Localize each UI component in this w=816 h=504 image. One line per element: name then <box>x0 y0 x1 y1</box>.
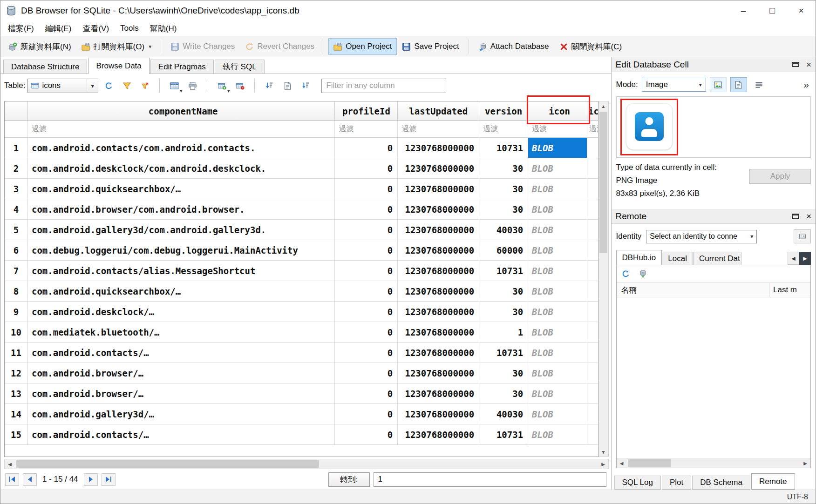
row-number[interactable]: 5 <box>5 220 28 240</box>
cell-icon[interactable]: BLOB <box>528 424 587 444</box>
cell-icon[interactable]: BLOB <box>528 158 587 178</box>
cell-profileid[interactable]: 0 <box>335 220 398 240</box>
filter-icon-column[interactable]: 過濾 <box>528 121 587 137</box>
last-page-button[interactable] <box>102 473 116 486</box>
cell-icon[interactable]: BLOB <box>528 240 587 260</box>
cell-lastupdated[interactable]: 1230768000000 <box>398 158 479 178</box>
cell-icon[interactable]: BLOB <box>528 404 587 424</box>
menu-tools[interactable]: Tools <box>115 22 144 35</box>
cell-version[interactable]: 30 <box>479 383 528 403</box>
cell-componentname[interactable]: com.android.browser/com.android.browser. <box>28 199 335 219</box>
column-header-version[interactable]: version <box>479 101 528 121</box>
close-button[interactable]: × <box>787 0 816 21</box>
table-selector[interactable]: icons ▾ <box>27 79 98 93</box>
float-panel-icon[interactable] <box>792 62 799 67</box>
word-wrap-button[interactable] <box>751 77 768 92</box>
identity-dropdown[interactable]: Select an identity to conne ▾ <box>646 230 757 243</box>
cell-overflow[interactable] <box>587 240 598 260</box>
cell-icon[interactable]: BLOB <box>528 322 587 342</box>
cell-overflow[interactable] <box>587 343 598 363</box>
cell-componentname[interactable]: com.android.deskclock/… <box>28 302 335 322</box>
open-project-button[interactable]: Open Project <box>328 38 397 55</box>
tabs-scroll-right-icon[interactable]: ▶ <box>799 252 811 265</box>
cell-lastupdated[interactable]: 1230768000000 <box>398 179 479 199</box>
cell-overflow[interactable] <box>587 179 598 199</box>
cell-version[interactable]: 10731 <box>479 138 528 158</box>
row-number[interactable]: 7 <box>5 261 28 281</box>
identity-settings-button[interactable] <box>794 229 811 243</box>
cell-lastupdated[interactable]: 1230768000000 <box>398 322 479 342</box>
tabs-scroll-left-icon[interactable]: ◀ <box>788 252 799 265</box>
insert-record-button[interactable]: ▾ <box>214 79 230 93</box>
tab-db-schema[interactable]: DB Schema <box>692 476 750 490</box>
sort-ascending-button[interactable] <box>261 79 277 93</box>
cell-profileid[interactable]: 0 <box>335 404 398 424</box>
scrollbar-track[interactable] <box>15 459 598 469</box>
scroll-down-icon[interactable]: ▼ <box>598 447 608 457</box>
filter-profileid[interactable]: 過濾 <box>335 121 398 137</box>
new-database-button[interactable]: 新建資料庫(N) <box>3 38 76 56</box>
table-selector-caret-icon[interactable]: ▾ <box>87 79 98 93</box>
cell-profileid[interactable]: 0 <box>335 383 398 403</box>
cell-overflow[interactable] <box>587 138 598 158</box>
scroll-left-icon[interactable]: ◀ <box>5 462 15 467</box>
tab-local[interactable]: Local <box>662 252 693 265</box>
filter-truncated[interactable]: 過濾 <box>587 121 598 137</box>
cell-version[interactable]: 1 <box>479 322 528 342</box>
cell-version[interactable]: 30 <box>479 363 528 383</box>
row-number[interactable]: 1 <box>5 138 28 158</box>
menu-file[interactable]: 檔案(F) <box>2 21 40 36</box>
cell-lastupdated[interactable]: 1230768000000 <box>398 404 479 424</box>
scrollbar-track[interactable] <box>598 111 608 447</box>
menu-view[interactable]: 查看(V) <box>77 21 115 36</box>
cell-componentname[interactable]: com.android.quicksearchbox/… <box>28 179 335 199</box>
cell-profileid[interactable]: 0 <box>335 199 398 219</box>
scrollbar-thumb[interactable] <box>628 459 671 467</box>
cell-profileid[interactable]: 0 <box>335 261 398 281</box>
cell-lastupdated[interactable]: 1230768000000 <box>398 138 479 158</box>
cell-overflow[interactable] <box>587 383 598 403</box>
next-page-button[interactable] <box>84 473 98 486</box>
row-number[interactable]: 8 <box>5 281 28 301</box>
cell-overflow[interactable] <box>587 424 598 444</box>
text-view-button[interactable] <box>730 77 747 92</box>
insert-record-caret-icon[interactable]: ▾ <box>227 88 230 94</box>
cell-componentname[interactable]: com.android.contacts/… <box>28 424 335 444</box>
cell-lastupdated[interactable]: 1230768000000 <box>398 261 479 281</box>
cell-profileid[interactable]: 0 <box>335 158 398 178</box>
close-panel-icon[interactable]: × <box>806 60 811 69</box>
cell-lastupdated[interactable]: 1230768000000 <box>398 281 479 301</box>
write-changes-button[interactable]: Write Changes <box>165 38 240 55</box>
cell-overflow[interactable] <box>587 199 598 219</box>
cell-icon[interactable]: BLOB <box>528 302 587 322</box>
cell-icon[interactable]: BLOB <box>528 220 587 240</box>
cell-overflow[interactable] <box>587 261 598 281</box>
cell-version[interactable]: 40030 <box>479 220 528 240</box>
save-table-button[interactable]: ▾ <box>166 79 182 93</box>
cell-componentname[interactable]: com.android.gallery3d/com.android.galler… <box>28 220 335 240</box>
close-panel-icon[interactable]: × <box>806 212 811 221</box>
cell-componentname[interactable]: com.mediatek.bluetooth/… <box>28 322 335 342</box>
revert-changes-button[interactable]: Revert Changes <box>240 38 320 55</box>
tab-edit-pragmas[interactable]: Edit Pragmas <box>150 60 214 74</box>
cell-lastupdated[interactable]: 1230768000000 <box>398 302 479 322</box>
cell-version[interactable]: 10731 <box>479 261 528 281</box>
cell-overflow[interactable] <box>587 404 598 424</box>
cell-icon[interactable]: BLOB <box>528 363 587 383</box>
remote-refresh-icon[interactable] <box>621 269 630 278</box>
scroll-up-icon[interactable]: ▲ <box>598 101 608 111</box>
menu-help[interactable]: 幫助(H) <box>144 21 183 36</box>
cell-icon[interactable]: BLOB <box>528 383 587 403</box>
filter-version[interactable]: 過濾 <box>479 121 528 137</box>
cell-version[interactable]: 40030 <box>479 404 528 424</box>
cell-icon[interactable]: BLOB <box>528 179 587 199</box>
tab-browse-data[interactable]: Browse Data <box>88 58 149 74</box>
cell-overflow[interactable] <box>587 158 598 178</box>
close-database-button[interactable]: 關閉資料庫(C) <box>554 38 627 56</box>
remote-column-last-modified[interactable]: Last m <box>769 285 810 295</box>
cell-icon[interactable]: BLOB <box>528 343 587 363</box>
cell-version[interactable]: 30 <box>479 179 528 199</box>
cell-componentname[interactable]: com.android.browser/… <box>28 383 335 403</box>
save-project-button[interactable]: Save Project <box>397 38 464 55</box>
tab-current-database[interactable]: Current Dat <box>693 252 741 265</box>
